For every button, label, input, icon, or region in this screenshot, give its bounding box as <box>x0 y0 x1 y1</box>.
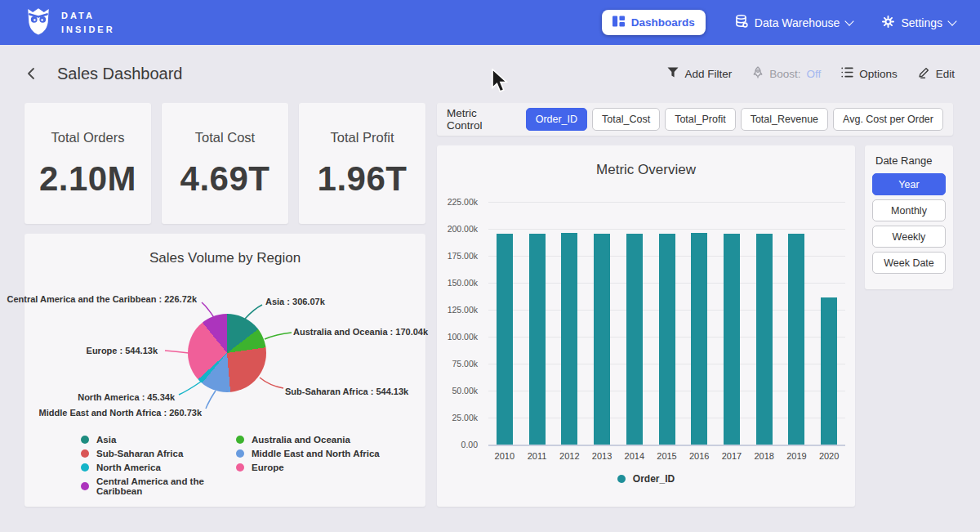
metric-control-label: Metric Control <box>447 107 512 132</box>
chevron-down-icon <box>947 16 956 25</box>
pie-callout-sub-saharan-africa: Sub-Saharan Africa : 544.13k <box>285 387 408 396</box>
pie-callout-central-america-and-the-caribbean: Central America and the Caribbean : 226.… <box>7 294 197 304</box>
y-axis-tick: 175.00k <box>448 251 478 261</box>
pie-callout-north-america: North America : 45.34k <box>78 392 175 402</box>
pie-legend-item-europe[interactable]: Europe <box>236 463 391 472</box>
pie-chart-card: Sales Volume by Region Asia : 306.07kAus… <box>24 234 425 507</box>
bar-2017[interactable] <box>724 234 740 445</box>
database-icon <box>735 15 748 30</box>
date-range-button-week-date[interactable]: Week Date <box>872 252 946 274</box>
gridline <box>488 445 845 446</box>
pie-legend-item-sub-saharan-africa[interactable]: Sub-Saharan Africa <box>81 449 236 458</box>
bar-chart-legend: Order_ID <box>437 473 855 485</box>
bar-2015[interactable] <box>659 234 675 445</box>
options-button[interactable]: Options <box>841 67 898 80</box>
boost-toggle[interactable]: Boost: Off <box>752 66 821 81</box>
legend-label: Middle East and North Africa <box>252 449 380 458</box>
legend-dot <box>81 482 89 490</box>
bar-2011[interactable] <box>529 234 546 445</box>
metric-pill-avg-cost-per-order[interactable]: Avg. Cost per Order <box>833 108 943 131</box>
pie-legend-item-north-america[interactable]: North America <box>81 463 236 472</box>
pie-callout-asia: Asia : 306.07k <box>265 297 325 306</box>
bar-2016[interactable] <box>691 233 707 445</box>
date-range-button-monthly[interactable]: Monthly <box>872 199 946 221</box>
metric-pill-group: Order_IDTotal_CostTotal_ProfitTotal_Reve… <box>526 108 943 131</box>
gridline <box>488 202 845 203</box>
owl-logo-icon <box>24 6 52 39</box>
bar-2020[interactable] <box>821 297 837 445</box>
metric-pill-total-cost[interactable]: Total_Cost <box>592 108 660 131</box>
kpi-card-total-cost: Total Cost 4.69T <box>162 103 288 224</box>
x-axis-tick: 2018 <box>754 451 773 461</box>
legend-dot <box>617 475 626 483</box>
add-filter-button[interactable]: Add Filter <box>667 67 732 80</box>
dashboards-button[interactable]: Dashboards <box>602 10 706 35</box>
settings-menu[interactable]: Settings <box>882 16 956 30</box>
kpi-value: 2.10M <box>39 159 136 199</box>
bar-2013[interactable] <box>594 234 610 445</box>
top-navbar: DATA INSIDER Dashboards <box>0 0 980 45</box>
bar-2014[interactable] <box>626 234 643 445</box>
edit-button[interactable]: Edit <box>918 66 955 81</box>
pie-legend-item-asia[interactable]: Asia <box>81 435 236 445</box>
date-range-panel: Date Range YearMonthlyWeeklyWeek Date <box>865 145 953 289</box>
pie-chart[interactable] <box>188 314 266 392</box>
legend-label: Europe <box>252 463 284 472</box>
y-axis-tick: 100.00k <box>448 332 478 342</box>
kpi-label: Total Cost <box>195 130 255 145</box>
metric-pill-order-id[interactable]: Order_ID <box>526 108 587 131</box>
filter-funnel-icon <box>667 67 679 80</box>
boost-label: Boost: <box>769 68 800 80</box>
settings-label: Settings <box>901 16 942 29</box>
dashboards-label: Dashboards <box>631 16 695 29</box>
bar-2010[interactable] <box>497 234 513 445</box>
legend-label: Order_ID <box>633 473 675 485</box>
page-header: Sales Dashboard Add Filter Boost: Off <box>0 54 980 93</box>
pie-chart-area: Asia : 306.07kAustralia and Oceania : 17… <box>24 234 425 507</box>
options-label: Options <box>859 68 898 80</box>
kpi-label: Total Orders <box>51 130 125 145</box>
add-filter-label: Add Filter <box>684 68 732 80</box>
pencil-icon <box>918 66 930 81</box>
kpi-value: 4.69T <box>180 159 270 199</box>
data-warehouse-menu[interactable]: Data Warehouse <box>735 15 853 30</box>
x-axis-tick: 2019 <box>786 451 806 461</box>
y-axis-tick: 75.00k <box>452 359 478 369</box>
bar-2019[interactable] <box>788 234 804 445</box>
list-options-icon <box>841 67 853 80</box>
pie-legend-item-australia-and-oceania[interactable]: Australia and Oceania <box>236 435 391 445</box>
metric-pill-total-profit[interactable]: Total_Profit <box>665 108 736 131</box>
kpi-card-total-orders: Total Orders 2.10M <box>24 103 151 224</box>
y-axis-tick: 50.00k <box>452 386 478 396</box>
bar-chart-card: Metric Overview 201020112012201320142015… <box>437 145 855 507</box>
date-range-button-year[interactable]: Year <box>872 173 946 195</box>
legend-label: North America <box>96 463 161 472</box>
gridline <box>488 229 845 230</box>
legend-label: Australia and Oceania <box>252 435 350 445</box>
x-axis-tick: 2016 <box>689 451 709 461</box>
y-axis-tick: 225.00k <box>448 197 478 207</box>
x-axis-tick: 2011 <box>528 451 547 461</box>
x-axis-tick: 2015 <box>657 451 676 461</box>
pie-legend-item-middle-east-and-north-africa[interactable]: Middle East and North Africa <box>236 449 391 458</box>
pie-legend-item-central-america-and-the-caribbean[interactable]: Central America and the Caribbean <box>81 476 236 496</box>
date-range-button-weekly[interactable]: Weekly <box>872 226 946 248</box>
back-button[interactable] <box>25 67 38 80</box>
metric-pill-total-revenue[interactable]: Total_Revenue <box>741 108 828 131</box>
y-axis-tick: 0.00 <box>461 440 478 449</box>
page-title: Sales Dashboard <box>57 65 182 83</box>
bar-chart-title: Metric Overview <box>437 145 855 178</box>
legend-label: Asia <box>96 435 116 445</box>
legend-dot <box>81 449 89 458</box>
edit-label: Edit <box>936 68 955 80</box>
bar-2018[interactable] <box>756 234 773 445</box>
x-axis-tick: 2012 <box>559 451 579 461</box>
kpi-card-total-profit: Total Profit 1.96T <box>299 103 425 224</box>
pie-callout-australia-and-oceania: Australia and Oceania : 170.04k <box>293 327 428 337</box>
bar-2012[interactable] <box>561 233 577 445</box>
chevron-down-icon <box>845 16 854 25</box>
data-warehouse-label: Data Warehouse <box>755 16 840 29</box>
y-axis-tick: 150.00k <box>448 278 478 288</box>
x-axis-tick: 2014 <box>625 451 644 461</box>
brand-logo[interactable]: DATA INSIDER <box>24 6 115 39</box>
